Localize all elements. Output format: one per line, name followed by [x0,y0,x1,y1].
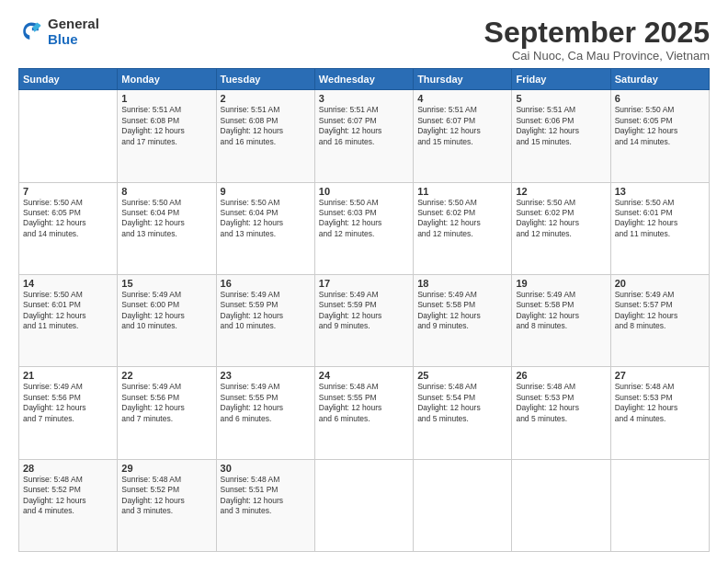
calendar-cell: 24Sunrise: 5:48 AM Sunset: 5:55 PM Dayli… [314,367,413,459]
col-thursday: Thursday [414,69,512,90]
calendar-cell: 21Sunrise: 5:49 AM Sunset: 5:56 PM Dayli… [19,367,118,459]
calendar-cell: 13Sunrise: 5:50 AM Sunset: 6:01 PM Dayli… [610,182,709,274]
title-location: Cai Nuoc, Ca Mau Province, Vietnam [484,49,710,63]
day-info: Sunrise: 5:49 AM Sunset: 5:58 PM Dayligh… [417,290,507,332]
day-info: Sunrise: 5:49 AM Sunset: 5:56 PM Dayligh… [23,382,113,424]
day-number: 13 [615,186,705,197]
calendar-week-2: 7Sunrise: 5:50 AM Sunset: 6:05 PM Daylig… [19,182,710,274]
calendar-cell: 3Sunrise: 5:51 AM Sunset: 6:07 PM Daylig… [314,90,413,182]
day-info: Sunrise: 5:48 AM Sunset: 5:53 PM Dayligh… [516,382,606,424]
day-info: Sunrise: 5:50 AM Sunset: 6:05 PM Dayligh… [23,198,113,240]
day-number: 17 [319,278,409,289]
day-info: Sunrise: 5:49 AM Sunset: 5:59 PM Dayligh… [221,290,311,332]
day-number: 10 [319,186,409,197]
calendar-cell: 27Sunrise: 5:48 AM Sunset: 5:53 PM Dayli… [610,367,709,459]
col-friday: Friday [512,69,610,90]
day-info: Sunrise: 5:48 AM Sunset: 5:52 PM Dayligh… [121,475,211,517]
day-number: 8 [121,186,211,197]
calendar-cell: 29Sunrise: 5:48 AM Sunset: 5:52 PM Dayli… [118,459,216,551]
day-number: 16 [221,278,311,289]
calendar-cell: 19Sunrise: 5:49 AM Sunset: 5:58 PM Dayli… [512,274,610,366]
calendar-cell: 4Sunrise: 5:51 AM Sunset: 6:07 PM Daylig… [414,90,512,182]
day-info: Sunrise: 5:49 AM Sunset: 5:57 PM Dayligh… [615,290,705,332]
logo-general-text: General [48,17,99,32]
day-number: 27 [615,370,705,381]
day-info: Sunrise: 5:49 AM Sunset: 6:00 PM Dayligh… [121,290,211,332]
calendar-cell: 10Sunrise: 5:50 AM Sunset: 6:03 PM Dayli… [314,182,413,274]
day-info: Sunrise: 5:49 AM Sunset: 5:55 PM Dayligh… [221,382,311,424]
day-number: 3 [319,93,409,104]
calendar-week-4: 21Sunrise: 5:49 AM Sunset: 5:56 PM Dayli… [19,367,710,459]
day-info: Sunrise: 5:48 AM Sunset: 5:52 PM Dayligh… [23,475,113,517]
calendar-cell [512,459,610,551]
calendar-cell: 9Sunrise: 5:50 AM Sunset: 6:04 PM Daylig… [216,182,314,274]
day-number: 15 [121,278,211,289]
calendar-cell: 25Sunrise: 5:48 AM Sunset: 5:54 PM Dayli… [414,367,512,459]
title-block: September 2025 Cai Nuoc, Ca Mau Province… [484,17,710,63]
day-number: 18 [417,278,507,289]
calendar-week-1: 1Sunrise: 5:51 AM Sunset: 6:08 PM Daylig… [19,90,710,182]
calendar-cell [19,90,118,182]
calendar-cell: 15Sunrise: 5:49 AM Sunset: 6:00 PM Dayli… [118,274,216,366]
day-number: 2 [221,93,311,104]
day-number: 30 [221,463,311,474]
calendar-cell: 28Sunrise: 5:48 AM Sunset: 5:52 PM Dayli… [19,459,118,551]
col-wednesday: Wednesday [314,69,413,90]
day-number: 11 [417,186,507,197]
day-info: Sunrise: 5:51 AM Sunset: 6:07 PM Dayligh… [417,105,507,147]
calendar-cell: 6Sunrise: 5:50 AM Sunset: 6:05 PM Daylig… [610,90,709,182]
page: General Blue September 2025 Cai Nuoc, Ca… [0,0,728,563]
calendar-cell: 7Sunrise: 5:50 AM Sunset: 6:05 PM Daylig… [19,182,118,274]
calendar-cell: 17Sunrise: 5:49 AM Sunset: 5:59 PM Dayli… [314,274,413,366]
day-info: Sunrise: 5:49 AM Sunset: 5:58 PM Dayligh… [516,290,606,332]
calendar-cell: 18Sunrise: 5:49 AM Sunset: 5:58 PM Dayli… [414,274,512,366]
calendar-cell: 22Sunrise: 5:49 AM Sunset: 5:56 PM Dayli… [118,367,216,459]
day-number: 23 [221,370,311,381]
day-info: Sunrise: 5:48 AM Sunset: 5:53 PM Dayligh… [615,382,705,424]
logo-blue-text: Blue [48,32,99,48]
day-number: 19 [516,278,606,289]
calendar-cell: 8Sunrise: 5:50 AM Sunset: 6:04 PM Daylig… [118,182,216,274]
day-info: Sunrise: 5:51 AM Sunset: 6:08 PM Dayligh… [221,105,311,147]
calendar-cell: 23Sunrise: 5:49 AM Sunset: 5:55 PM Dayli… [216,367,314,459]
day-info: Sunrise: 5:50 AM Sunset: 6:02 PM Dayligh… [516,198,606,240]
day-info: Sunrise: 5:49 AM Sunset: 5:56 PM Dayligh… [121,382,211,424]
title-month: September 2025 [484,17,710,49]
calendar-cell: 12Sunrise: 5:50 AM Sunset: 6:02 PM Dayli… [512,182,610,274]
day-info: Sunrise: 5:51 AM Sunset: 6:08 PM Dayligh… [121,105,211,147]
day-number: 20 [615,278,705,289]
col-tuesday: Tuesday [216,69,314,90]
calendar-cell: 5Sunrise: 5:51 AM Sunset: 6:06 PM Daylig… [512,90,610,182]
day-info: Sunrise: 5:48 AM Sunset: 5:54 PM Dayligh… [417,382,507,424]
day-info: Sunrise: 5:51 AM Sunset: 6:07 PM Dayligh… [319,105,409,147]
day-info: Sunrise: 5:51 AM Sunset: 6:06 PM Dayligh… [516,105,606,147]
day-number: 4 [417,93,507,104]
calendar-cell [314,459,413,551]
calendar-week-5: 28Sunrise: 5:48 AM Sunset: 5:52 PM Dayli… [19,459,710,551]
day-number: 7 [23,186,113,197]
day-number: 6 [615,93,705,104]
calendar-cell: 26Sunrise: 5:48 AM Sunset: 5:53 PM Dayli… [512,367,610,459]
calendar-cell: 1Sunrise: 5:51 AM Sunset: 6:08 PM Daylig… [118,90,216,182]
calendar-cell [414,459,512,551]
day-info: Sunrise: 5:49 AM Sunset: 5:59 PM Dayligh… [319,290,409,332]
col-sunday: Sunday [19,69,118,90]
logo: General Blue [18,17,99,47]
calendar-cell: 2Sunrise: 5:51 AM Sunset: 6:08 PM Daylig… [216,90,314,182]
day-number: 24 [319,370,409,381]
day-info: Sunrise: 5:48 AM Sunset: 5:51 PM Dayligh… [221,475,311,517]
day-number: 12 [516,186,606,197]
day-number: 21 [23,370,113,381]
day-number: 5 [516,93,606,104]
calendar-cell: 30Sunrise: 5:48 AM Sunset: 5:51 PM Dayli… [216,459,314,551]
col-saturday: Saturday [610,69,709,90]
calendar-table: Sunday Monday Tuesday Wednesday Thursday… [18,68,710,552]
day-number: 14 [23,278,113,289]
calendar-cell: 11Sunrise: 5:50 AM Sunset: 6:02 PM Dayli… [414,182,512,274]
calendar-cell: 20Sunrise: 5:49 AM Sunset: 5:57 PM Dayli… [610,274,709,366]
day-info: Sunrise: 5:50 AM Sunset: 6:04 PM Dayligh… [221,198,311,240]
day-number: 22 [121,370,211,381]
day-info: Sunrise: 5:50 AM Sunset: 6:01 PM Dayligh… [23,290,113,332]
day-info: Sunrise: 5:50 AM Sunset: 6:04 PM Dayligh… [121,198,211,240]
day-info: Sunrise: 5:50 AM Sunset: 6:01 PM Dayligh… [615,198,705,240]
